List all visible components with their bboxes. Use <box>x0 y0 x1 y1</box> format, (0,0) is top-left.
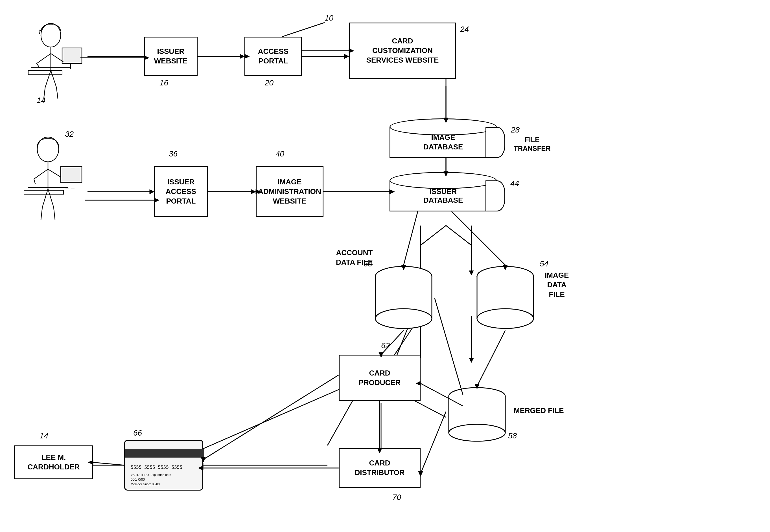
person-cardholder-top <box>14 23 87 101</box>
ref-62: 62 <box>381 341 390 350</box>
svg-text:Expiration date: Expiration date <box>150 473 171 476</box>
svg-rect-41 <box>28 70 62 75</box>
svg-line-21 <box>446 226 471 245</box>
svg-point-56 <box>375 309 432 328</box>
card-distributor-box: CARDDISTRIBUTOR <box>339 448 421 488</box>
issuer-website-box: ISSUERWEBSITE <box>144 37 198 76</box>
card-illustration: 5555 5555 5555 5555 VALID THRU Expiratio… <box>124 440 203 491</box>
svg-line-92 <box>404 211 418 265</box>
svg-text:VALID THRU: VALID THRU <box>131 473 149 476</box>
ref-36: 36 <box>169 149 177 158</box>
lee-cardholder-box: LEE M.CARDHOLDER <box>14 445 93 479</box>
card-customization-box: CARDCUSTOMIZATIONSERVICES WEBSITE <box>349 23 456 79</box>
svg-line-105 <box>203 375 339 460</box>
svg-marker-3 <box>240 54 245 59</box>
ref-70: 70 <box>392 493 401 502</box>
svg-marker-19 <box>469 271 474 275</box>
svg-line-98 <box>477 330 505 386</box>
ref-24: 24 <box>460 25 469 34</box>
svg-line-109 <box>93 462 124 465</box>
ref-16: 16 <box>159 78 168 87</box>
ref-66: 66 <box>133 429 142 438</box>
card-producer-box: CARDPRODUCER <box>339 355 421 401</box>
svg-rect-49 <box>62 168 80 181</box>
ref-32: 32 <box>65 130 74 139</box>
ref-58: 58 <box>508 431 517 440</box>
merged-file-container <box>446 386 508 444</box>
svg-line-20 <box>421 226 446 245</box>
image-admin-box: IMAGEADMINISTRATIONWEBSITE <box>256 166 324 217</box>
issuer-database-label: ISSUERDATABASE <box>423 187 463 205</box>
svg-marker-26 <box>469 358 474 363</box>
svg-line-36 <box>198 383 353 451</box>
diagram: 10 14 ISSUERW <box>0 0 770 532</box>
person-admin <box>8 135 87 226</box>
svg-line-75 <box>282 23 325 37</box>
svg-marker-11 <box>251 189 256 194</box>
svg-line-94 <box>452 211 505 265</box>
svg-marker-39 <box>149 189 154 194</box>
ref-54: 54 <box>540 259 548 268</box>
ref-10: 10 <box>325 14 333 23</box>
image-database-label: IMAGEDATABASE <box>423 133 463 152</box>
ref-14-bottom: 14 <box>39 431 48 440</box>
ref-44: 44 <box>510 179 519 188</box>
svg-line-37 <box>327 400 353 445</box>
svg-rect-47 <box>24 190 63 194</box>
svg-text:000/ 0/00: 000/ 0/00 <box>131 478 145 482</box>
image-data-file-container <box>474 265 536 331</box>
image-data-file-label: IMAGEDATAFILE <box>545 271 569 299</box>
image-database-container: IMAGEDATABASE <box>390 118 505 158</box>
ref-40: 40 <box>276 149 284 158</box>
ref-28: 28 <box>511 125 520 134</box>
access-portal-box: ACCESSPORTAL <box>245 37 302 76</box>
account-data-file-container <box>373 265 435 331</box>
svg-marker-5 <box>344 54 349 59</box>
svg-point-66 <box>449 424 505 441</box>
svg-point-61 <box>477 309 533 328</box>
file-transfer-label: FILETRANSFER <box>514 135 551 153</box>
account-data-file-label: ACCOUNTDATA FILE <box>336 248 373 267</box>
svg-line-100 <box>435 298 463 395</box>
merged-file-label: MERGED FILE <box>514 406 564 416</box>
ref-14-top: 14 <box>37 96 45 105</box>
issuer-database-container: ISSUERDATABASE <box>390 172 505 211</box>
svg-line-111 <box>421 412 446 474</box>
svg-point-40 <box>41 23 61 47</box>
svg-text:Member since: 00/00: Member since: 00/00 <box>131 482 160 486</box>
issuer-access-portal-box: ISSUERACCESSPORTAL <box>154 166 208 217</box>
svg-text:5555 5555 5555 5555: 5555 5555 5555 5555 <box>131 465 182 470</box>
svg-rect-43 <box>63 49 80 62</box>
svg-rect-67 <box>125 449 204 458</box>
ref-20: 20 <box>265 78 274 87</box>
